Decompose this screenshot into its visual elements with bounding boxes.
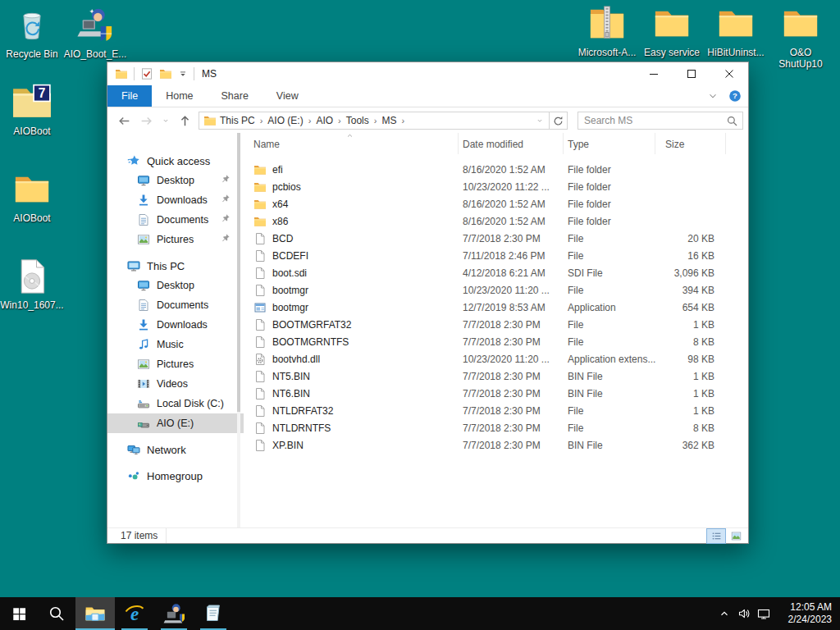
file-icon	[253, 387, 267, 400]
sidebar-item-desktop[interactable]: Desktop	[107, 276, 244, 295]
close-button[interactable]	[710, 62, 748, 85]
sidebar-item-this-pc[interactable]: This PC	[107, 256, 244, 276]
column-header-date-modified[interactable]: Date modified	[459, 133, 564, 154]
taskbar-button-aio-boot-app[interactable]	[154, 597, 194, 630]
sidebar-item-label: Desktop	[157, 280, 194, 291]
file-row[interactable]: XP.BIN7/7/2018 2:30 PMBIN File362 KB	[244, 436, 748, 454]
file-row[interactable]: BCD7/7/2018 2:30 PMFile20 KB	[244, 230, 748, 247]
search-input[interactable]	[584, 115, 726, 126]
file-row[interactable]: NT6.BIN7/7/2018 2:30 PMBIN File1 KB	[244, 385, 748, 402]
forward-icon[interactable]	[139, 114, 153, 128]
column-headers: Name Date modified Type Size	[244, 133, 748, 154]
desktop-icon-recycle-bin[interactable]: Recycle Bin	[2, 5, 62, 60]
downloads-icon	[137, 194, 150, 207]
back-icon[interactable]	[117, 114, 131, 128]
search-box[interactable]	[578, 112, 743, 130]
file-row[interactable]: NT5.BIN7/7/2018 2:30 PMBIN File1 KB	[244, 368, 748, 385]
desktop-icon-microsoft-a[interactable]: Microsoft-A...	[574, 3, 640, 58]
sidebar-item-aio-e[interactable]: AIO (E:)	[107, 413, 244, 433]
column-header-size[interactable]: Size	[655, 133, 726, 154]
sidebar-item-downloads[interactable]: Downloads	[107, 315, 244, 335]
desktop-icon-aioboot-7z[interactable]: 7AIOBoot	[0, 82, 64, 137]
file-row[interactable]: bootmgr10/23/2020 11:20 ...File394 KB	[244, 281, 748, 299]
tab-home[interactable]: Home	[152, 85, 207, 107]
recent-locations-icon[interactable]	[162, 116, 170, 125]
column-header-name[interactable]: Name	[244, 133, 459, 154]
customize-qat-icon[interactable]	[178, 69, 188, 79]
breadcrumb-this-pc[interactable]: This PC	[217, 115, 258, 126]
minimize-button[interactable]	[635, 62, 673, 85]
tray-chevron-up-icon[interactable]	[714, 597, 734, 630]
file-row[interactable]: x648/16/2020 1:52 AMFile folder	[244, 195, 748, 212]
taskbar-button-internet-explorer[interactable]: e	[115, 597, 154, 630]
file-row[interactable]: x868/16/2020 1:52 AMFile folder	[244, 212, 748, 230]
tab-view[interactable]: View	[262, 85, 313, 107]
sidebar-item-music[interactable]: Music	[107, 335, 244, 354]
file-size: 20 KB	[655, 233, 726, 244]
tray-volume-icon[interactable]	[734, 597, 754, 630]
desktop-icon-label: Recycle Bin	[6, 48, 57, 60]
taskbar-button-file-explorer[interactable]	[75, 597, 115, 630]
file-icon	[253, 404, 267, 418]
breadcrumb-aio-e[interactable]: AIO (E:)	[264, 115, 306, 126]
file-row[interactable]: efi8/16/2020 1:52 AMFile folder	[244, 161, 748, 178]
breadcrumb-ms[interactable]: MS	[378, 115, 399, 126]
details-view-button[interactable]	[707, 529, 725, 543]
taskbar-clock[interactable]: 12:05 AM 2/24/2023	[779, 601, 832, 626]
column-header-type[interactable]: Type	[564, 133, 655, 154]
file-row[interactable]: pcbios10/23/2020 11:22 ...File folder	[244, 178, 748, 195]
sidebar-item-downloads[interactable]: Downloads	[107, 190, 244, 210]
file-row[interactable]: bootvhd.dll10/23/2020 11:20 ...Applicati…	[244, 350, 748, 368]
search-icon[interactable]	[726, 115, 738, 127]
file-row[interactable]: NTLDRNTFS7/7/2018 2:30 PMFile8 KB	[244, 419, 748, 436]
sidebar-item-documents[interactable]: Documents	[107, 295, 244, 315]
help-icon[interactable]: ?	[728, 89, 742, 103]
taskbar-button-search[interactable]	[38, 597, 75, 630]
sidebar-item-homegroup[interactable]: Homegroup	[107, 466, 244, 486]
file-row[interactable]: BCDEFI7/11/2018 2:46 PMFile16 KB	[244, 247, 748, 264]
desktop-icon-aioboot-folder[interactable]: AIOBoot	[0, 169, 64, 224]
file-name: BOOTMGRNTFS	[244, 336, 459, 349]
file-row[interactable]: NTLDRFAT327/7/2018 2:30 PMFile1 KB	[244, 402, 748, 419]
sidebar-item-label: Downloads	[157, 319, 208, 331]
desktop-icon-oo-shutup10[interactable]: O&O ShutUp10	[768, 3, 833, 70]
file-row[interactable]: boot.sdi4/12/2018 6:21 AMSDI File3,096 K…	[244, 264, 748, 281]
tab-file[interactable]: File	[107, 85, 152, 107]
properties-icon[interactable]	[140, 67, 153, 80]
desktop-icon-easy-service[interactable]: Easy service	[640, 3, 704, 58]
address-dropdown-icon[interactable]	[532, 116, 547, 125]
sidebar-item-local-disk-c[interactable]: Local Disk (C:)	[107, 394, 244, 413]
thumbnails-view-button[interactable]	[727, 529, 745, 543]
maximize-button[interactable]	[673, 62, 710, 85]
sidebar-item-quick-access[interactable]: Quick access	[107, 151, 244, 171]
desktop-icon-hibituninst[interactable]: HiBitUninst...	[702, 3, 769, 58]
breadcrumb-aio[interactable]: AIO	[313, 115, 336, 126]
refresh-button[interactable]	[550, 112, 568, 130]
address-bar[interactable]: This PC›AIO (E:)›AIO›Tools›MS›	[199, 112, 550, 130]
sidebar-item-documents[interactable]: Documents	[107, 210, 244, 230]
ribbon-expand-icon[interactable]	[707, 90, 719, 102]
sidebar-item-desktop[interactable]: Desktop	[107, 171, 244, 190]
breadcrumb: This PC›AIO (E:)›AIO›Tools›MS›	[217, 115, 532, 126]
breadcrumb-tools[interactable]: Tools	[343, 115, 372, 126]
desktop-icon-win10-iso[interactable]: Win10_1607...	[0, 256, 64, 311]
tray-network-tray-icon[interactable]	[754, 597, 774, 630]
file-size: 8 KB	[655, 336, 726, 348]
desktop-icon-aio-boot-exe[interactable]: AIO_Boot_E...	[62, 5, 128, 60]
title-bar[interactable]: MS	[107, 62, 748, 85]
tab-share[interactable]: Share	[208, 85, 262, 107]
sidebar-item-pictures[interactable]: Pictures	[107, 354, 244, 374]
desktop-icon	[137, 174, 150, 187]
taskbar-button-start[interactable]	[0, 597, 38, 630]
up-icon[interactable]	[178, 114, 192, 128]
taskbar-button-notepad[interactable]	[194, 597, 233, 630]
sidebar-item-videos[interactable]: Videos	[107, 374, 244, 394]
nav-scrollbar[interactable]	[237, 133, 240, 527]
file-row[interactable]: BOOTMGRNTFS7/7/2018 2:30 PMFile8 KB	[244, 333, 748, 350]
sidebar-item-network[interactable]: Network	[107, 440, 244, 459]
file-row[interactable]: bootmgr12/7/2019 8:53 AMApplication654 K…	[244, 299, 748, 316]
pictures-icon	[137, 233, 150, 246]
file-row[interactable]: BOOTMGRFAT327/7/2018 2:30 PMFile1 KB	[244, 316, 748, 333]
sidebar-item-pictures[interactable]: Pictures	[107, 230, 244, 249]
new-folder-icon[interactable]	[159, 67, 172, 80]
